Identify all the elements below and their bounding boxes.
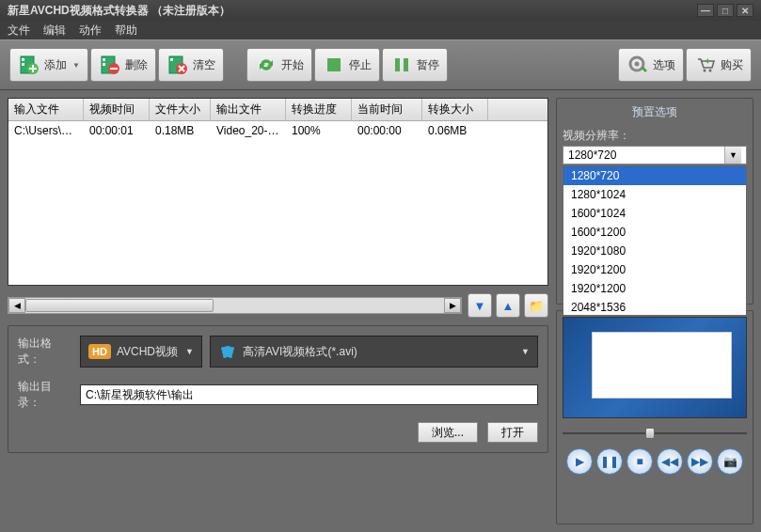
scroll-thumb[interactable] — [25, 299, 214, 312]
add-button[interactable]: 添加 ▼ — [9, 48, 88, 82]
arrow-down-icon: ▼ — [474, 299, 486, 313]
options-label: 选项 — [653, 57, 675, 73]
chevron-down-icon: ▼ — [72, 61, 80, 70]
menu-action[interactable]: 动作 — [79, 23, 102, 39]
prev-button[interactable]: ◀◀ — [657, 448, 683, 475]
pause-icon — [390, 54, 413, 76]
resolution-option[interactable]: 1280*720 — [563, 166, 746, 185]
menu-help[interactable]: 帮助 — [115, 23, 137, 39]
resolution-option[interactable]: 1280*1024 — [563, 185, 746, 204]
prev-icon: ◀◀ — [661, 455, 678, 468]
window-controls: — □ ✕ — [697, 4, 753, 17]
title-bar: 新星AVCHD视频格式转换器 （未注册版本） — □ ✕ — [0, 0, 761, 21]
svg-point-22 — [223, 354, 227, 358]
browse-button[interactable]: 浏览... — [418, 422, 478, 443]
resolution-option[interactable]: 1920*1200 — [563, 279, 746, 298]
seek-slider[interactable] — [563, 426, 747, 441]
arrow-up-icon: ▲ — [502, 299, 515, 313]
start-button[interactable]: 开始 — [246, 48, 312, 82]
cell-convsize: 0.06MB — [422, 121, 488, 140]
resolution-option[interactable]: 1920*1080 — [563, 242, 746, 260]
stop-icon — [323, 54, 345, 76]
svg-point-18 — [709, 70, 712, 72]
maximize-button[interactable]: □ — [717, 4, 734, 17]
table-body: C:\Users\pc\... 00:00:01 0.18MB Video_20… — [8, 121, 547, 285]
menu-file[interactable]: 文件 — [8, 23, 30, 39]
next-button[interactable]: ▶▶ — [687, 448, 713, 475]
th-output[interactable]: 输出文件 — [211, 99, 286, 120]
play-button[interactable]: ▶ — [566, 448, 593, 475]
options-button[interactable]: 选项 — [618, 48, 684, 82]
format2-value: 高清AVI视频格式(*.avi) — [243, 344, 357, 360]
th-input[interactable]: 输入文件 — [8, 99, 84, 120]
chevron-down-icon: ▼ — [724, 147, 741, 164]
start-label: 开始 — [281, 57, 304, 73]
clear-button[interactable]: 清空 — [158, 48, 224, 82]
scroll-left-icon[interactable]: ◀ — [8, 298, 25, 313]
th-filesize[interactable]: 文件大小 — [150, 99, 211, 120]
svg-point-20 — [221, 347, 225, 351]
open-button[interactable]: 打开 — [487, 422, 538, 443]
stop-playback-button[interactable]: ■ — [626, 448, 653, 475]
resolution-option[interactable]: 1920*1200 — [563, 260, 746, 279]
preview-image — [563, 317, 747, 418]
chevron-down-icon: ▼ — [185, 347, 194, 356]
snapshot-button[interactable]: 📷 — [717, 448, 743, 475]
th-videotime[interactable]: 视频时间 — [84, 99, 150, 120]
playback-controls: ▶ ❚❚ ■ ◀◀ ▶▶ 📷 — [563, 448, 747, 475]
format2-icon — [218, 342, 237, 361]
cell-input: C:\Users\pc\... — [8, 121, 84, 140]
toolbar: 添加 ▼ 删除 清空 开始 停止 暂停 选项 — [0, 39, 761, 90]
resolution-selected[interactable]: 1280*720 ▼ — [563, 146, 747, 164]
output-format-combo2[interactable]: 高清AVI视频格式(*.avi) ▼ — [210, 336, 538, 368]
window-title: 新星AVCHD视频格式转换器 （未注册版本） — [8, 3, 230, 19]
resolution-option[interactable]: 1600*1200 — [563, 223, 746, 242]
preset-title: 预置选项 — [563, 102, 747, 124]
close-button[interactable]: ✕ — [737, 4, 753, 17]
menu-bar: 文件 编辑 动作 帮助 — [0, 21, 761, 39]
refresh-icon — [255, 54, 277, 76]
move-up-button[interactable]: ▲ — [496, 293, 520, 318]
th-progress[interactable]: 转换进度 — [286, 99, 352, 120]
pause-button[interactable]: 暂停 — [382, 48, 448, 82]
move-down-button[interactable]: ▼ — [468, 293, 492, 318]
buy-button[interactable]: 购买 — [686, 48, 752, 82]
play-icon: ▶ — [576, 455, 584, 468]
hd-badge-icon: HD — [88, 344, 111, 359]
preview-panel: ▶ ❚❚ ■ ◀◀ ▶▶ 📷 — [556, 310, 753, 524]
cart-icon — [694, 54, 717, 76]
output-format-combo1[interactable]: HD AVCHD视频 ▼ — [80, 336, 202, 368]
resolution-option[interactable]: 2048*1536 — [563, 298, 746, 316]
resolution-list: 1280*720 1280*1024 1600*1024 1600*1200 1… — [563, 165, 747, 316]
output-dir-input[interactable] — [80, 384, 538, 405]
file-table: 输入文件 视频时间 文件大小 输出文件 转换进度 当前时间 转换大小 C:\Us… — [8, 98, 548, 286]
svg-rect-6 — [103, 63, 105, 66]
film-delete-icon — [99, 54, 121, 76]
minimize-button[interactable]: — — [697, 4, 714, 17]
gear-icon — [626, 54, 649, 76]
stop-label: 停止 — [349, 57, 372, 73]
horizontal-scrollbar[interactable]: ◀ ▶ — [8, 297, 462, 314]
svg-point-23 — [229, 354, 232, 358]
chevron-down-icon: ▼ — [521, 347, 530, 356]
table-row[interactable]: C:\Users\pc\... 00:00:01 0.18MB Video_20… — [8, 121, 547, 140]
cell-output: Video_20-0... — [211, 121, 286, 140]
menu-edit[interactable]: 编辑 — [43, 23, 66, 39]
resolution-label: 视频分辨率： — [563, 128, 747, 144]
pause-label: 暂停 — [417, 57, 439, 73]
resolution-dropdown[interactable]: 1280*720 ▼ 1280*720 1280*1024 1600*1024 … — [563, 146, 747, 164]
delete-button[interactable]: 删除 — [90, 48, 156, 82]
stop-button[interactable]: 停止 — [314, 48, 380, 82]
th-convsize[interactable]: 转换大小 — [422, 99, 488, 120]
add-label: 添加 — [44, 57, 67, 73]
resolution-option[interactable]: 1600*1024 — [563, 204, 746, 223]
scroll-right-icon[interactable]: ▶ — [444, 298, 461, 313]
folder-button[interactable]: 📁 — [524, 293, 548, 318]
svg-rect-2 — [22, 63, 24, 66]
pause-playback-button[interactable]: ❚❚ — [596, 448, 623, 475]
output-format-label: 输出格式： — [18, 336, 72, 368]
stop-icon: ■ — [636, 455, 642, 468]
th-curtime[interactable]: 当前时间 — [352, 99, 422, 120]
seek-thumb[interactable] — [645, 428, 655, 439]
svg-rect-14 — [404, 58, 408, 71]
